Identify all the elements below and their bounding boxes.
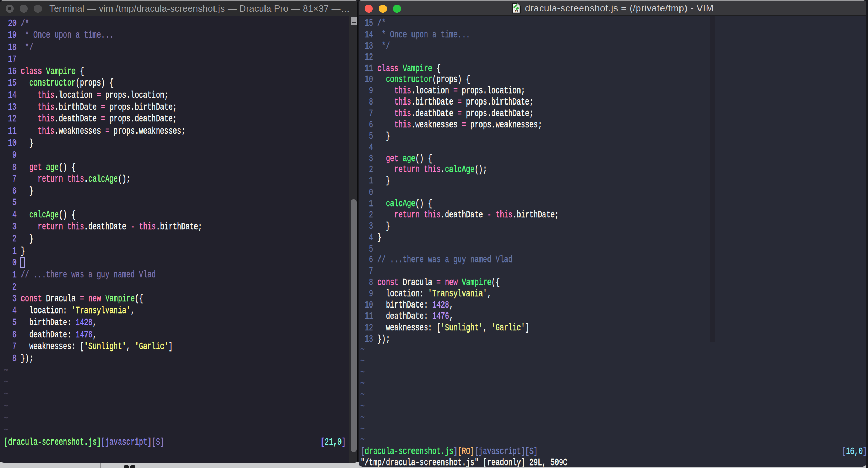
svg-text:JS: JS [514,10,518,13]
